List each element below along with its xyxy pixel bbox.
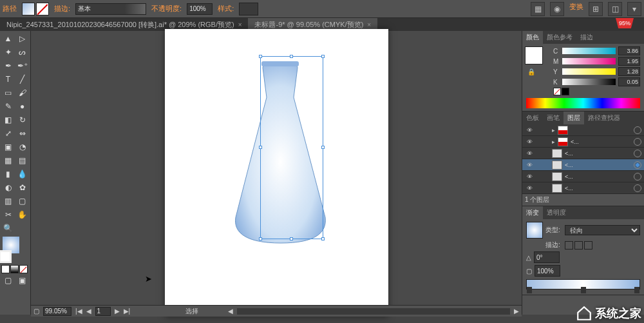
scroll-left-icon[interactable]: ◀	[228, 308, 233, 315]
perspective-tool[interactable]: ▦	[1, 154, 15, 167]
layer-row[interactable]: 👁<...	[522, 148, 644, 159]
target-icon[interactable]	[634, 173, 641, 181]
target-icon[interactable]	[634, 126, 641, 134]
opacity-input[interactable]	[187, 3, 213, 15]
visibility-icon[interactable]: 👁	[525, 149, 534, 158]
cmyk-y-slider[interactable]	[562, 68, 616, 75]
target-icon[interactable]	[634, 150, 641, 157]
magic-wand-tool[interactable]: ✦	[1, 46, 15, 59]
angle-input[interactable]	[534, 251, 560, 263]
grad-opacity-input[interactable]	[535, 265, 560, 277]
h-scrollbar[interactable]	[237, 308, 510, 315]
zoom-input[interactable]	[43, 307, 71, 316]
stroke-mode-1[interactable]	[565, 241, 573, 250]
resize-handle[interactable]	[259, 55, 262, 58]
direct-selection-tool[interactable]: ▷	[15, 32, 29, 45]
resize-handle[interactable]	[259, 237, 262, 240]
cmyk-m-slider[interactable]	[562, 58, 616, 64]
gradient-preview[interactable]	[526, 222, 543, 239]
layer-row[interactable]: 👁▸<...	[522, 136, 644, 148]
target-icon[interactable]	[634, 184, 641, 192]
width-tool[interactable]: ⇔	[15, 127, 29, 140]
prev-page-icon[interactable]: ◀	[86, 308, 91, 315]
layer-row[interactable]: 👁<...	[522, 159, 644, 171]
visibility-icon[interactable]: 👁	[525, 172, 534, 181]
swatches-tab[interactable]: 色板	[522, 112, 543, 124]
scale-tool[interactable]: ⤢	[1, 127, 15, 140]
transform-label[interactable]: 变换	[569, 2, 583, 16]
artboard[interactable]	[165, 29, 388, 317]
style-dropdown[interactable]	[239, 3, 258, 15]
gradient-stop[interactable]	[527, 287, 532, 293]
first-page-icon[interactable]: |◀	[75, 308, 82, 315]
gradient-type-select[interactable]: 径向	[565, 225, 640, 235]
lasso-tool[interactable]: ᔕ	[15, 46, 29, 59]
graph-tool[interactable]: ▥	[1, 195, 15, 208]
selection-bounding-box[interactable]	[260, 56, 323, 239]
fill-stroke-swatches[interactable]	[22, 3, 49, 15]
resize-handle[interactable]	[321, 146, 325, 149]
cmyk-m-input[interactable]	[618, 57, 640, 66]
color-tab[interactable]: 颜色	[522, 31, 543, 44]
visibility-icon[interactable]: 👁	[525, 137, 534, 146]
scroll-right-icon[interactable]: ▶	[514, 308, 519, 315]
color-fill-swatch[interactable]	[525, 46, 543, 64]
rotate-tool[interactable]: ↻	[15, 113, 29, 126]
selection-tool[interactable]: ▲	[1, 32, 15, 45]
target-icon[interactable]	[634, 161, 641, 169]
layer-row[interactable]: 👁▸	[522, 124, 644, 136]
page-input[interactable]	[95, 307, 111, 316]
none-swatch[interactable]	[553, 88, 561, 95]
blend-tool[interactable]: ◐	[1, 181, 15, 194]
transparency-tab[interactable]: 透明度	[543, 206, 570, 219]
cmyk-c-slider[interactable]	[562, 48, 616, 54]
layers-tab[interactable]: 图层	[564, 112, 584, 124]
add-anchor-tool[interactable]: ✒⁺	[15, 59, 29, 72]
layer-row[interactable]: 👁<...	[522, 171, 644, 182]
doc-setup-icon[interactable]: ▦	[531, 2, 545, 16]
visibility-icon[interactable]: 👁	[525, 161, 534, 170]
slice-tool[interactable]: ✂	[1, 208, 15, 221]
gradient-stop[interactable]	[634, 287, 639, 293]
visibility-icon[interactable]: 👁	[525, 184, 534, 193]
screen-mode-normal[interactable]: ▢	[1, 274, 15, 287]
shape-builder-tool[interactable]: ◔	[15, 141, 29, 153]
lock-icon[interactable]: 🔒	[527, 68, 535, 75]
rectangle-tool[interactable]: ▭	[1, 86, 15, 99]
stroke-color[interactable]	[0, 250, 12, 263]
nav-icon[interactable]: ▢	[33, 308, 39, 315]
resize-handle[interactable]	[259, 146, 262, 149]
gradient-ramp[interactable]	[526, 279, 640, 289]
black-swatch[interactable]	[562, 88, 569, 95]
mesh-tool[interactable]: ▤	[15, 154, 29, 167]
resize-handle[interactable]	[321, 237, 325, 240]
color-mode-solid[interactable]	[1, 265, 10, 273]
gradient-tab[interactable]: 渐变	[522, 206, 543, 219]
artboard-tool[interactable]: ▢	[15, 195, 29, 208]
free-transform-tool[interactable]: ▣	[1, 141, 15, 153]
last-page-icon[interactable]: ▶|	[124, 308, 131, 315]
pencil-tool[interactable]: ✎	[1, 100, 15, 113]
stroke-swatch[interactable]	[36, 3, 49, 15]
recolor-icon[interactable]: ◉	[550, 2, 564, 16]
canvas-area[interactable]: ➤	[31, 31, 522, 315]
target-icon[interactable]	[634, 138, 641, 146]
hand-tool[interactable]: ✋	[15, 208, 29, 221]
color-mode-gradient[interactable]	[10, 265, 19, 273]
brushes-tab[interactable]: 画笔	[543, 112, 564, 124]
resize-handle[interactable]	[321, 55, 325, 58]
cmyk-k-slider[interactable]	[562, 79, 616, 85]
screen-mode-full[interactable]: ▣	[15, 274, 29, 287]
options-icon[interactable]: ▾	[627, 2, 641, 16]
color-mode-none[interactable]	[19, 265, 28, 273]
blob-brush-tool[interactable]: ●	[15, 100, 29, 113]
fill-swatch[interactable]	[22, 3, 35, 15]
stroke-weight-input[interactable]	[75, 3, 146, 15]
close-icon[interactable]: ×	[238, 21, 242, 28]
gradient-tool[interactable]: ▮	[1, 168, 15, 181]
close-icon[interactable]: ×	[367, 21, 371, 28]
color-guide-tab[interactable]: 颜色参考	[543, 31, 576, 44]
resize-handle[interactable]	[290, 237, 293, 240]
eyedropper-tool[interactable]: 💧	[15, 168, 29, 181]
color-spectrum[interactable]	[526, 98, 640, 108]
